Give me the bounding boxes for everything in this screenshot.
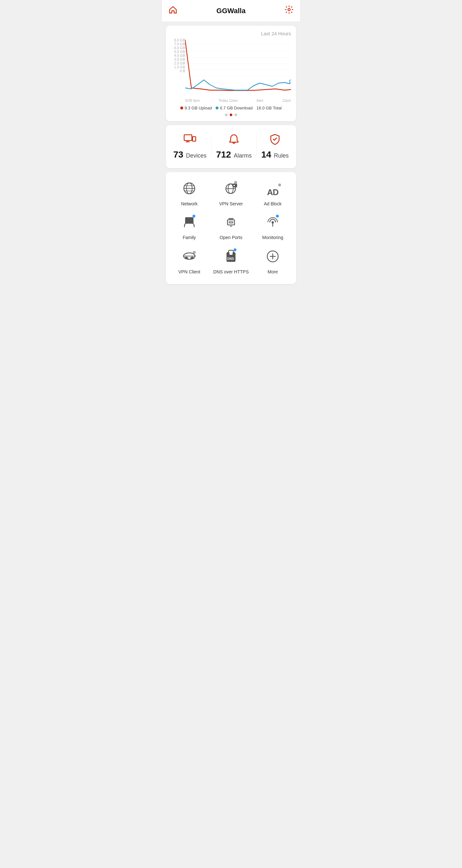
family-icon xyxy=(183,215,196,232)
devices-count: 73 Devices xyxy=(173,150,207,160)
chart-svg xyxy=(185,38,291,96)
chart-page-dots xyxy=(171,114,291,116)
main-content: Last 24 Hours 8.0 GB 7.0 GB 6.0 GB 5.0 G… xyxy=(162,22,300,288)
more-icon xyxy=(266,250,279,266)
y-label-7: 7.0 GB xyxy=(171,42,185,46)
chart-legend: 9.3 GB Upload 6.7 GB Download 16.0 GB To… xyxy=(171,105,291,111)
svg-rect-26 xyxy=(227,220,235,225)
network-label: Network xyxy=(181,201,197,206)
svg-point-0 xyxy=(288,9,290,11)
y-label-4: 4.0 GB xyxy=(171,54,185,57)
rules-icon xyxy=(269,133,281,148)
vpn-server-icon xyxy=(224,182,238,198)
monitoring-badge xyxy=(276,215,279,218)
vpn-server-item[interactable]: VPN Server xyxy=(210,177,252,211)
y-label-5: 5.0 GB xyxy=(171,50,185,54)
family-badge xyxy=(192,215,195,218)
monitoring-label: Monitoring xyxy=(262,235,283,240)
svg-point-31 xyxy=(230,225,232,227)
monitoring-item[interactable]: Monitoring xyxy=(252,211,294,245)
dns-https-item[interactable]: DNS DNS over HTTPS xyxy=(210,245,252,279)
y-label-2: 2.0 GB xyxy=(171,61,185,65)
network-item[interactable]: Network xyxy=(168,177,210,211)
page-dot-3[interactable] xyxy=(235,114,237,116)
devices-icon xyxy=(184,133,196,148)
upload-dot xyxy=(180,106,183,110)
legend-upload: 9.3 GB Upload xyxy=(180,105,212,111)
vpn-server-badge xyxy=(234,181,237,184)
page-dot-2[interactable] xyxy=(230,114,232,116)
more-label: More xyxy=(268,269,278,274)
rules-count: 14 Rules xyxy=(261,150,289,160)
page-dot-1[interactable] xyxy=(225,114,227,116)
y-label-8: 8.0 GB xyxy=(171,38,185,42)
rules-stat[interactable]: 14 Rules xyxy=(261,133,289,160)
app-title: GGWalla xyxy=(217,7,246,15)
vpn-client-item[interactable]: VPN Client xyxy=(168,245,210,279)
stats-row: 73 Devices 712 Alarms xyxy=(171,130,291,163)
x-label-2: Today 12am xyxy=(218,98,238,102)
svg-rect-42 xyxy=(229,252,233,255)
y-label-0: 0 B xyxy=(171,69,185,73)
svg-point-9 xyxy=(289,80,291,83)
chart-x-labels: 6/28 6pm Today 12am 6am 12pm xyxy=(171,97,291,102)
alarms-count: 712 Alarms xyxy=(216,150,251,160)
svg-rect-27 xyxy=(229,222,233,223)
features-grid: Network VPN Server xyxy=(166,172,296,284)
svg-text:DNS: DNS xyxy=(227,257,234,260)
header: GGWalla xyxy=(162,0,300,22)
dns-badge xyxy=(234,248,237,251)
vpn-client-badge xyxy=(193,251,196,254)
open-ports-icon xyxy=(224,215,238,232)
network-icon xyxy=(183,182,196,198)
divider-1 xyxy=(211,137,211,156)
settings-icon[interactable] xyxy=(284,5,294,17)
x-label-4: 12pm xyxy=(282,98,291,102)
legend-download: 6.7 GB Download xyxy=(216,105,252,111)
grid-container: Network VPN Server xyxy=(168,177,294,279)
open-ports-item[interactable]: Open Ports xyxy=(210,211,252,245)
home-icon[interactable] xyxy=(168,5,178,17)
dns-https-icon: DNS xyxy=(225,249,237,266)
vpn-client-label: VPN Client xyxy=(178,269,200,274)
y-label-6: 6.0 GB xyxy=(171,46,185,50)
svg-rect-25 xyxy=(185,217,193,224)
download-dot xyxy=(216,106,218,110)
family-label: Family xyxy=(183,235,196,240)
ad-block-label: Ad Block xyxy=(264,201,281,206)
x-label-1: 6/28 6pm xyxy=(185,98,200,102)
ad-text: AD xyxy=(267,187,278,197)
y-label-1: 1.0 GB xyxy=(171,65,185,69)
legend-total: 16.0 GB Total xyxy=(256,105,282,111)
vpn-client-icon xyxy=(182,252,196,266)
svg-rect-10 xyxy=(184,135,192,141)
divider-2 xyxy=(256,137,257,156)
family-item[interactable]: Family xyxy=(168,211,210,245)
stats-card: 73 Devices 712 Alarms xyxy=(166,125,296,168)
more-item[interactable]: More xyxy=(252,245,294,279)
open-ports-label: Open Ports xyxy=(220,235,243,240)
alarms-stat[interactable]: 712 Alarms xyxy=(216,133,251,160)
ad-block-icon: AD xyxy=(267,184,278,198)
x-label-3: 6am xyxy=(257,98,264,102)
ad-block-item[interactable]: AD Ad Block xyxy=(252,177,294,211)
dns-label: DNS over HTTPS xyxy=(213,269,249,274)
svg-rect-23 xyxy=(234,185,235,186)
y-label-3: 3.0 GB xyxy=(171,57,185,61)
chart-card: Last 24 Hours 8.0 GB 7.0 GB 6.0 GB 5.0 G… xyxy=(166,26,296,121)
svg-rect-11 xyxy=(192,137,196,141)
vpn-server-label: VPN Server xyxy=(219,201,243,206)
monitoring-icon xyxy=(266,215,279,232)
ad-block-badge xyxy=(278,184,281,186)
devices-stat[interactable]: 73 Devices xyxy=(173,133,207,160)
chart-time-label: Last 24 Hours xyxy=(171,31,291,36)
alarms-icon xyxy=(228,133,240,148)
